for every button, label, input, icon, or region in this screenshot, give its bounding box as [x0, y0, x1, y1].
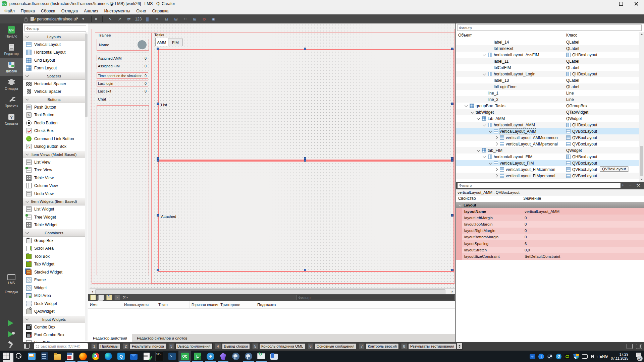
taskbar-mail-app-icon[interactable] [127, 351, 140, 362]
toggle-left-sidebar-icon[interactable] [24, 344, 30, 349]
widget-item-undo-view[interactable]: Undo View [23, 190, 85, 198]
widget-item-vertical-spacer[interactable]: Vertical Spacer [23, 88, 85, 96]
object-row-line_1[interactable]: line_1Line [456, 90, 639, 96]
action-column-используется[interactable]: Используется [122, 301, 156, 308]
widget-section-input-widgets[interactable]: Input Widgets [23, 315, 85, 323]
widget-item-list-widget[interactable]: List Widget [23, 205, 85, 214]
object-row-horizontalLayout_FIM[interactable]: horizontalLayout_FIMQHBoxLayout [456, 154, 639, 160]
mode-проекты[interactable]: Проекты [0, 93, 23, 111]
tab-редактор-сигналов-и-слотов[interactable]: Редактор сигналов и слотов [132, 334, 192, 342]
tray-volume-icon[interactable] [591, 354, 596, 359]
object-row-verticalLayout_AMM[interactable]: verticalLayout_AMMQVBoxLayout [456, 128, 639, 134]
close-document-icon[interactable]: ✕ [94, 17, 98, 21]
widget-item-tool-box[interactable]: Tool Box [23, 252, 85, 260]
taskbar-windows-start-icon[interactable] [0, 351, 13, 362]
widget-item-group-box[interactable]: Group Box [23, 237, 85, 245]
menu-файл[interactable]: Файл [1, 8, 18, 14]
object-row-verticalLayout_AMMcommon[interactable]: verticalLayout_AMMcommonQVBoxLayout [456, 134, 639, 141]
kit-selector[interactable]: LMS Отладка [0, 274, 23, 294]
minimize-button[interactable] [598, 0, 613, 7]
widget-item-font-combo-box[interactable]: Font Combo Box [23, 331, 85, 339]
property-value[interactable]: SetDefaultConstraint [523, 254, 644, 258]
build-button[interactable] [7, 341, 15, 349]
output-pane-проблемы[interactable]: 1Проблемы [91, 343, 120, 349]
widget-item-stacked-widget[interactable]: Stacked Widget [23, 268, 85, 276]
scroll-down-icon[interactable] [640, 179, 643, 180]
object-row-horizontalLayout_Login[interactable]: horizontalLayout_LoginQHBoxLayout [456, 71, 639, 77]
chat-area[interactable] [97, 105, 149, 275]
property-value[interactable]: 0 [523, 229, 644, 233]
widget-item-dialog-button-box[interactable]: Dialog Button Box [23, 143, 85, 151]
tray-nvidia-icon[interactable] [565, 354, 570, 359]
widget-item-form-layout[interactable]: Form Layout [23, 64, 85, 72]
menu-инструменты[interactable]: Инструменты [101, 8, 133, 14]
mode-редактор[interactable]: Редактор [0, 41, 23, 58]
widget-item-table-widget[interactable]: Table Widget [23, 221, 85, 229]
configure-actions-icon[interactable]: ⚒ [122, 295, 128, 300]
output-pane-вывод-сборки[interactable]: 4Вывод сборки [215, 343, 250, 349]
widget-item-tab-widget[interactable]: Tab Widget [23, 260, 85, 268]
taskbar-qt-creator-icon[interactable]: QC [178, 351, 191, 362]
menu-окно[interactable]: Окно [133, 8, 149, 14]
clock[interactable]: 17:29 07.11.2025 [611, 352, 628, 360]
tray-mail-icon[interactable] [530, 354, 535, 359]
taskbar-lms-app-icon[interactable]: L [191, 351, 204, 362]
output-panes-menu-icon[interactable] [627, 344, 633, 349]
widget-item-push-button[interactable]: Push Button [23, 103, 85, 111]
selection-handle[interactable] [451, 269, 453, 271]
widget-item-list-view[interactable]: List View [23, 158, 85, 166]
output-pane-результаты-поиска[interactable]: 2Результаты поиска [123, 343, 166, 349]
canvas-hscroll-thumb[interactable] [95, 289, 445, 294]
action-column-горячая-клавиш[interactable]: Горячая клавиш [190, 301, 218, 308]
taskbar-powershell-icon[interactable] [166, 351, 178, 362]
trainee-row-time-spent-on-the-simulator[interactable]: Time spent on the simulator0 [97, 72, 148, 79]
layout-grid-icon[interactable]: ∷ [181, 16, 189, 22]
widget-item-mdi-area[interactable]: MDI Area [23, 292, 85, 300]
groupbox-trainee[interactable]: Trainee Name Assigned AMM0Assigned FIM0T… [95, 33, 151, 283]
widget-item-scroll-area[interactable]: Scroll Area [23, 245, 85, 253]
property-value[interactable]: 0 [523, 235, 644, 239]
widget-section-layouts[interactable]: Layouts [23, 33, 85, 41]
selection-handle[interactable] [157, 214, 159, 217]
object-row-verticalLayout_FIMpersonal[interactable]: verticalLayout_FIMpersonalQVBoxLayout [456, 173, 639, 179]
mode-дизайн[interactable]: Дизайн [0, 58, 23, 76]
tray-q-app-icon[interactable] [556, 354, 561, 359]
delete-action-icon[interactable] [114, 295, 120, 300]
widget-item-dock-widget[interactable]: Dock Widget [23, 300, 85, 308]
layout-horizontally-icon[interactable]: ||| [144, 16, 152, 22]
trainee-row-assigned-fim[interactable]: Assigned FIM0 [97, 63, 148, 69]
taskbar-firefox-icon[interactable] [76, 351, 89, 362]
name-row[interactable]: Name [97, 39, 149, 51]
action-column-триггерное[interactable]: Триггерное [218, 301, 255, 308]
action-column-текст[interactable]: Текст [156, 301, 190, 308]
copy-action-icon[interactable] [98, 295, 104, 300]
taskbar-postgres-1-icon[interactable] [229, 351, 242, 362]
edit-signals-slots-icon[interactable]: ↗ [115, 16, 123, 22]
selection-handle[interactable] [451, 214, 453, 217]
taskbar-floppy-app-icon[interactable] [64, 351, 76, 362]
groupbox-tasks[interactable]: Tasks AMM FIM List Attached [151, 33, 455, 284]
property-row-layoutSpacing[interactable]: layoutSpacing6 [456, 240, 644, 247]
tab-amm[interactable]: AMM [155, 38, 168, 46]
widget-item-horizontal-spacer[interactable]: Horizontal Spacer [23, 80, 85, 88]
object-row-groupBox_Tasks[interactable]: groupBox_TasksQGroupBox [456, 103, 639, 109]
widget-item-grid-layout[interactable]: Grid Layout [23, 56, 85, 64]
trainee-row-last-login[interactable]: Last login0 [97, 80, 148, 86]
taskbar-search-icon[interactable] [13, 351, 25, 362]
widget-item-radio-button[interactable]: Radio Button [23, 119, 85, 127]
column-value[interactable]: Значение [523, 196, 541, 201]
layout-amm-common[interactable]: List [158, 49, 454, 161]
property-value[interactable]: 0,0 [523, 248, 644, 252]
widget-item-widget[interactable]: Widget [23, 284, 85, 292]
run-button[interactable] [8, 320, 13, 326]
output-pane-вывод-приложения[interactable]: 3Вывод приложения [168, 343, 213, 349]
property-value[interactable]: 0 [523, 216, 644, 220]
property-row-layoutLeftMargin[interactable]: layoutLeftMargin0 [456, 215, 644, 221]
object-row-verticalLayout_FIM[interactable]: verticalLayout_FIMQVBoxLayout [456, 160, 639, 166]
taskbar-fork-app-icon[interactable] [204, 351, 217, 362]
scroll-up-icon[interactable] [640, 34, 643, 35]
edit-tab-order-icon[interactable]: 123 [134, 16, 142, 22]
object-row-tab_AMM[interactable]: tab_AMMQWidget [456, 115, 639, 122]
widget-item-line-edit[interactable]: Line Edit [23, 339, 85, 342]
object-row-verticalLayout_AMMpersonal[interactable]: verticalLayout_AMMpersonalQVBoxLayout [456, 141, 639, 147]
